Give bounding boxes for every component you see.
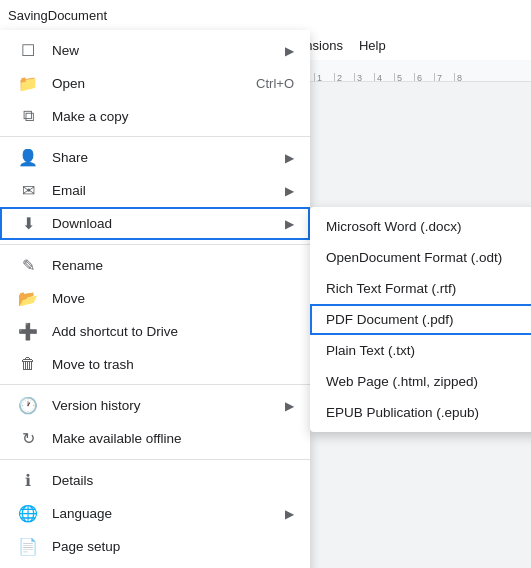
submenu-pdf[interactable]: PDF Document (.pdf) (310, 304, 531, 335)
ruler-tick: 7 (434, 73, 454, 81)
shortcut-label: Add shortcut to Drive (52, 324, 294, 339)
submenu-odt[interactable]: OpenDocument Format (.odt) (310, 242, 531, 273)
new-arrow-icon: ▶ (285, 44, 294, 58)
language-label: Language (52, 506, 277, 521)
shortcut-icon: ➕ (16, 322, 40, 341)
menu-make-copy[interactable]: ⧉ Make a copy (0, 100, 310, 132)
version-label: Version history (52, 398, 277, 413)
odt-label: OpenDocument Format (.odt) (326, 250, 502, 265)
ruler-tick: 6 (414, 73, 434, 81)
new-label: New (52, 43, 277, 58)
download-icon: ⬇ (16, 214, 40, 233)
version-arrow-icon: ▶ (285, 399, 294, 413)
submenu-txt[interactable]: Plain Text (.txt) (310, 335, 531, 366)
html-label: Web Page (.html, zipped) (326, 374, 478, 389)
details-label: Details (52, 473, 294, 488)
menu-pagesetup[interactable]: 📄 Page setup (0, 530, 310, 563)
menu-trash[interactable]: 🗑 Move to trash (0, 348, 310, 380)
divider-2 (0, 244, 310, 245)
copy-icon: ⧉ (16, 107, 40, 125)
details-icon: ℹ (16, 471, 40, 490)
download-arrow-icon: ▶ (285, 217, 294, 231)
copy-label: Make a copy (52, 109, 294, 124)
divider-4 (0, 459, 310, 460)
download-label: Download (52, 216, 277, 231)
pagesetup-icon: 📄 (16, 537, 40, 556)
ruler-tick: 4 (374, 73, 394, 81)
menu-open[interactable]: 📁 Open Ctrl+O (0, 67, 310, 100)
menu-shortcut[interactable]: ➕ Add shortcut to Drive (0, 315, 310, 348)
move-icon: 📂 (16, 289, 40, 308)
menu-share[interactable]: 👤 Share ▶ (0, 141, 310, 174)
ruler-tick: 3 (354, 73, 374, 81)
ruler: 1 2 3 4 5 6 7 8 (310, 60, 531, 82)
email-icon: ✉ (16, 181, 40, 200)
file-dropdown-menu: ☐ New ▶ 📁 Open Ctrl+O ⧉ Make a copy 👤 Sh… (0, 30, 310, 568)
submenu-epub[interactable]: EPUB Publication (.epub) (310, 397, 531, 428)
menu-details[interactable]: ℹ Details (0, 464, 310, 497)
ruler-tick: 1 (314, 73, 334, 81)
epub-label: EPUB Publication (.epub) (326, 405, 479, 420)
divider-1 (0, 136, 310, 137)
menu-email[interactable]: ✉ Email ▶ (0, 174, 310, 207)
submenu-html[interactable]: Web Page (.html, zipped) (310, 366, 531, 397)
ruler-tick: 2 (334, 73, 354, 81)
share-arrow-icon: ▶ (285, 151, 294, 165)
email-arrow-icon: ▶ (285, 184, 294, 198)
trash-icon: 🗑 (16, 355, 40, 373)
new-icon: ☐ (16, 41, 40, 60)
pdf-label: PDF Document (.pdf) (326, 312, 454, 327)
docx-label: Microsoft Word (.docx) (326, 219, 462, 234)
rename-label: Rename (52, 258, 294, 273)
menu-download[interactable]: ⬇ Download ▶ Microsoft Word (.docx) Open… (0, 207, 310, 240)
menu-offline[interactable]: ↻ Make available offline (0, 422, 310, 455)
menu-item-help[interactable]: Help (351, 34, 394, 57)
pagesetup-label: Page setup (52, 539, 294, 554)
menu-move[interactable]: 📂 Move (0, 282, 310, 315)
ruler-tick: 8 (454, 73, 474, 81)
open-shortcut: Ctrl+O (256, 76, 294, 91)
offline-label: Make available offline (52, 431, 294, 446)
txt-label: Plain Text (.txt) (326, 343, 415, 358)
menu-language[interactable]: 🌐 Language ▶ (0, 497, 310, 530)
open-icon: 📁 (16, 74, 40, 93)
menu-rename[interactable]: ✎ Rename (0, 249, 310, 282)
rename-icon: ✎ (16, 256, 40, 275)
share-label: Share (52, 150, 277, 165)
submenu-rtf[interactable]: Rich Text Format (.rtf) (310, 273, 531, 304)
menu-print[interactable]: 🖨 Print Ctrl+P (0, 563, 310, 568)
divider-3 (0, 384, 310, 385)
title-bar: SavingDocument (0, 0, 531, 30)
email-label: Email (52, 183, 277, 198)
menu-version[interactable]: 🕐 Version history ▶ (0, 389, 310, 422)
language-arrow-icon: ▶ (285, 507, 294, 521)
version-icon: 🕐 (16, 396, 40, 415)
rtf-label: Rich Text Format (.rtf) (326, 281, 456, 296)
trash-label: Move to trash (52, 357, 294, 372)
offline-icon: ↻ (16, 429, 40, 448)
document-title: SavingDocument (8, 8, 107, 23)
download-submenu: Microsoft Word (.docx) OpenDocument Form… (310, 207, 531, 432)
open-label: Open (52, 76, 240, 91)
language-icon: 🌐 (16, 504, 40, 523)
share-icon: 👤 (16, 148, 40, 167)
ruler-tick: 5 (394, 73, 414, 81)
move-label: Move (52, 291, 294, 306)
menu-new[interactable]: ☐ New ▶ (0, 34, 310, 67)
submenu-docx[interactable]: Microsoft Word (.docx) (310, 211, 531, 242)
